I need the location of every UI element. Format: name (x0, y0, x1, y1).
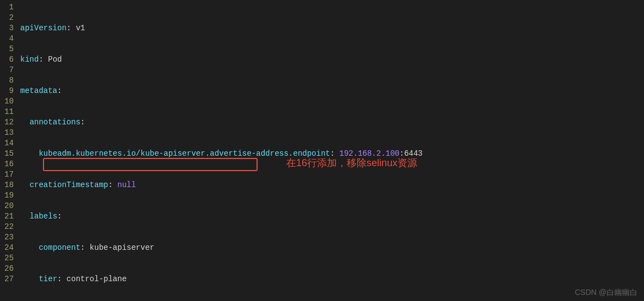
line-number: 18 (4, 180, 14, 190)
line-number: 1 (4, 2, 14, 13)
line-number: 6 (4, 54, 14, 65)
line-number: 22 (4, 222, 14, 232)
code-editor[interactable]: 1 2 3 4 5 6 7 8 9 10 11 12 13 14 15 16 1… (0, 0, 644, 301)
line-number: 2 (4, 13, 14, 23)
line-number-gutter: 1 2 3 4 5 6 7 8 9 10 11 12 13 14 15 16 1… (0, 0, 18, 301)
code-line[interactable]: annotations: (20, 117, 423, 128)
line-number: 14 (4, 138, 14, 149)
code-line[interactable]: tier: control-plane (20, 274, 423, 284)
line-number: 24 (4, 243, 14, 253)
code-content[interactable]: apiVersion: v1 kind: Pod metadata: annot… (18, 0, 423, 301)
code-line[interactable]: kind: Pod (20, 54, 423, 65)
code-line[interactable]: component: kube-apiserver (20, 243, 423, 253)
line-number: 23 (4, 232, 14, 243)
code-line[interactable]: apiVersion: v1 (20, 23, 423, 34)
code-line[interactable]: creationTimestamp: null (20, 180, 423, 190)
line-number: 27 (4, 274, 14, 284)
code-line[interactable]: kubeadm.kubernetes.io/kube-apiserver.adv… (20, 149, 423, 159)
code-line[interactable]: metadata: (20, 86, 423, 96)
line-number: 16 (4, 159, 14, 169)
line-number: 9 (4, 86, 14, 96)
line-number: 7 (4, 65, 14, 75)
line-number: 10 (4, 96, 14, 107)
line-number: 3 (4, 23, 14, 34)
line-number: 5 (4, 44, 14, 54)
line-number: 11 (4, 107, 14, 117)
line-number: 20 (4, 201, 14, 211)
line-number: 17 (4, 169, 14, 180)
line-number: 13 (4, 128, 14, 138)
line-number: 15 (4, 149, 14, 159)
line-number: 12 (4, 117, 14, 128)
line-number: 25 (4, 253, 14, 264)
line-number: 26 (4, 264, 14, 274)
line-number: 19 (4, 190, 14, 201)
line-number: 8 (4, 75, 14, 86)
code-line[interactable]: labels: (20, 211, 423, 222)
line-number: 21 (4, 211, 14, 222)
line-number: 4 (4, 34, 14, 44)
